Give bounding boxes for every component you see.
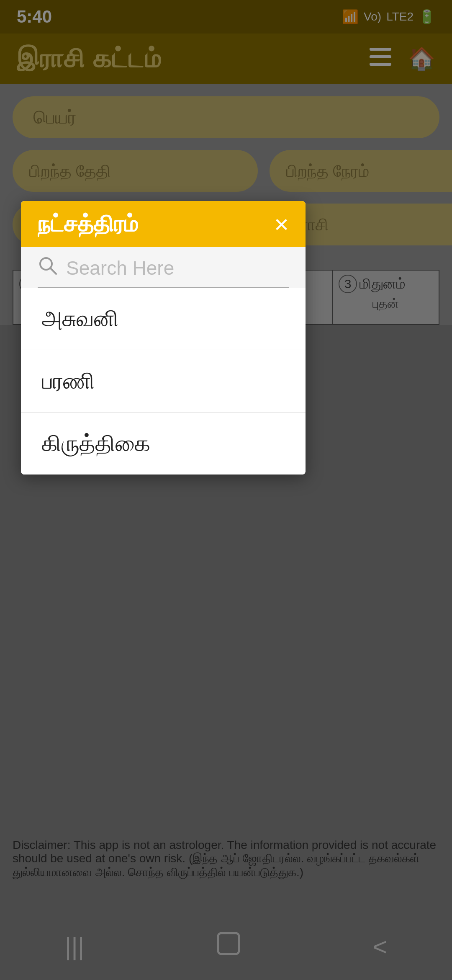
search-input[interactable]: [66, 257, 306, 279]
list-item-1[interactable]: பரணி: [21, 350, 306, 413]
nakshatra-modal: நட்சத்திரம் × அசுவனி பரணி கிருத்திகை: [21, 201, 306, 475]
svg-line-4: [50, 268, 56, 274]
modal-list: அசுவனி பரணி கிருத்திகை: [21, 288, 306, 475]
search-icon: [38, 255, 58, 280]
modal-header: நட்சத்திரம் ×: [21, 201, 306, 247]
modal-title: நட்சத்திரம்: [38, 211, 138, 237]
modal-close-button[interactable]: ×: [274, 210, 289, 239]
list-item-0[interactable]: அசுவனி: [21, 288, 306, 350]
modal-search-area: [21, 247, 306, 288]
list-item-2[interactable]: கிருத்திகை: [21, 413, 306, 475]
modal-backdrop[interactable]: [0, 0, 452, 980]
search-row: [38, 255, 289, 288]
